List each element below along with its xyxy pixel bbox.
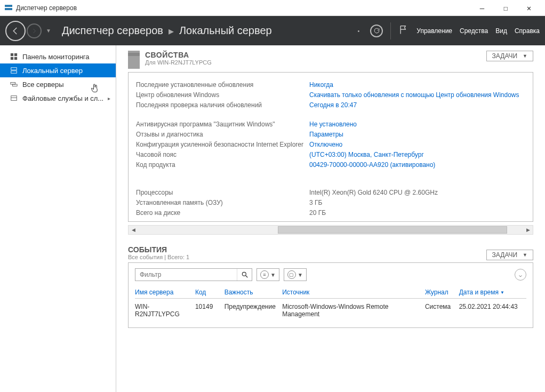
dashboard-icon [10,52,18,61]
properties-subtitle: Для WIN-R2NJT7LYPCG [145,59,486,66]
sidebar-item-dashboard[interactable]: Панель мониторинга [0,50,116,63]
window-title: Диспетчер серверов [16,4,470,12]
minimize-button[interactable]: — [470,2,494,14]
events-tasks-button[interactable]: ЗАДАЧИ ▼ [486,250,533,260]
prop-value: 3 ГБ [309,198,322,208]
cell-source: Microsoft-Windows-Windows Remote Managem… [282,303,425,318]
tasks-label: ЗАДАЧИ [492,251,517,259]
horizontal-scrollbar[interactable]: ◀ ▶ [128,225,533,235]
events-header: СОБЫТИЯ Все события | Всего: 1 ЗАДАЧИ ▼ [128,245,533,260]
sidebar-item-local-server[interactable]: Локальный сервер [0,63,116,77]
nav-back-button[interactable] [5,21,26,41]
breadcrumb-page[interactable]: Локальный сервер [179,25,272,37]
svg-rect-7 [11,71,17,73]
events-subtitle: Все события | Всего: 1 [128,254,486,260]
events-title: СОБЫТИЯ [128,245,486,254]
scroll-left-icon[interactable]: ◀ [129,226,138,234]
view-options-button[interactable]: ≡▼ [257,268,279,281]
servers-icon [10,80,18,89]
prop-label: Антивирусная программа "Защитник Windows… [136,119,309,130]
tasks-label: ЗАДАЧИ [492,52,517,60]
cell-datetime: 25.02.2021 20:44:43 [459,303,526,318]
cursor-hand-icon [90,83,100,93]
save-query-button[interactable]: ▢▼ [284,268,307,281]
prop-label: Процессоры [136,188,309,198]
main-content: СВОЙСТВА Для WIN-R2NJT7LYPCG ЗАДАЧИ ▼ По… [116,45,545,392]
server-icon [10,66,18,75]
prop-value-link[interactable]: Скачивать только обновления с помощью Це… [309,90,519,100]
cell-log: Система [425,303,459,318]
menu-manage[interactable]: Управление [416,27,452,35]
titlebar: Диспетчер серверов — ☐ ✕ [0,0,545,16]
column-severity[interactable]: Важность [225,289,282,296]
events-panel: ≡▼ ▢▼ ⌵ Имя сервера Код Важность Источни… [128,262,533,328]
nav-dropdown-icon[interactable]: ▼ [46,28,51,34]
column-source[interactable]: Источник [282,289,425,296]
cell-severity: Предупреждение [225,303,282,318]
prop-label: Последние установленные обновления [136,80,309,90]
header: ▼ Диспетчер серверов ▸ Локальный сервер … [0,16,545,45]
properties-header: СВОЙСТВА Для WIN-R2NJT7LYPCG ЗАДАЧИ ▼ [128,51,533,69]
breadcrumb-separator-icon: ▸ [169,25,174,37]
svg-rect-9 [12,84,17,86]
maximize-button[interactable]: ☐ [494,2,517,14]
chevron-down-icon: ▼ [523,252,527,258]
flag-icon[interactable] [398,25,409,37]
chevron-down-icon: ▼ [298,272,303,278]
prop-label: Центр обновления Windows [136,90,309,100]
file-services-icon [10,94,18,102]
tag-icon: ▢ [287,270,296,279]
prop-value-link[interactable]: (UTC+03:00) Москва, Санкт-Петербург [309,150,424,160]
close-button[interactable]: ✕ [517,2,541,14]
sidebar-item-label: Локальный сервер [22,67,83,75]
prop-value-link[interactable]: Отключено [309,140,342,150]
events-toolbar: ≡▼ ▢▼ ⌵ [135,268,526,281]
column-server[interactable]: Имя сервера [135,289,195,296]
sidebar-item-label: Панель мониторинга [22,53,90,61]
prop-value-link[interactable]: Сегодня в 20:47 [309,100,357,110]
prop-label: Часовой пояс [136,150,309,160]
prop-value-link[interactable]: 00429-70000-00000-AA920 (активировано) [309,160,435,170]
properties-title: СВОЙСТВА [145,51,486,59]
prop-value-link[interactable]: Никогда [309,80,333,90]
prop-value-link[interactable]: Не установлено [309,119,357,130]
cell-code: 10149 [195,303,225,318]
expand-collapse-button[interactable]: ⌵ [515,269,526,281]
scrollbar-thumb[interactable] [278,226,507,234]
svg-point-12 [242,272,246,276]
svg-rect-4 [11,57,13,60]
svg-rect-1 [5,8,12,10]
refresh-icon[interactable] [370,25,383,37]
column-datetime[interactable]: Дата и время▼ [459,289,526,296]
prop-value: Intel(R) Xeon(R) Gold 6240 CPU @ 2.60GHz [309,188,438,198]
column-log[interactable]: Журнал [425,289,459,296]
prop-value: 20 ГБ [309,208,326,218]
sort-desc-icon: ▼ [500,290,504,295]
chevron-down-icon: ⌵ [519,272,522,278]
prop-label: Установленная память (ОЗУ) [136,198,309,208]
menu-help[interactable]: Справка [515,27,540,35]
column-code[interactable]: Код [195,289,225,296]
search-icon[interactable] [237,269,252,281]
table-row[interactable]: WIN-R2NJT7LYPCG 10149 Предупреждение Mic… [135,299,526,322]
breadcrumb: Диспетчер серверов ▸ Локальный сервер [62,25,358,37]
sidebar: Панель мониторинга Локальный сервер Все … [0,45,116,392]
cell-server: WIN-R2NJT7LYPCG [135,303,195,318]
svg-line-13 [245,276,247,278]
properties-tasks-button[interactable]: ЗАДАЧИ ▼ [486,51,533,61]
menu-view[interactable]: Вид [495,27,507,35]
breadcrumb-root[interactable]: Диспетчер серверов [62,25,163,37]
tile-stripe-icon [128,51,140,69]
menu-tools[interactable]: Средства [460,27,488,35]
chevron-down-icon: ▼ [270,272,276,278]
prop-label: Код продукта [136,160,309,170]
prop-value-link[interactable]: Параметры [309,130,343,140]
chevron-down-icon: ▼ [523,53,527,59]
header-bullet-icon: • [357,28,359,34]
nav-forward-button[interactable] [27,23,42,38]
filter-input[interactable] [135,269,237,281]
app-icon [4,4,13,12]
svg-rect-3 [14,53,17,56]
scroll-right-icon[interactable]: ▶ [523,226,533,234]
list-icon: ≡ [260,270,269,279]
